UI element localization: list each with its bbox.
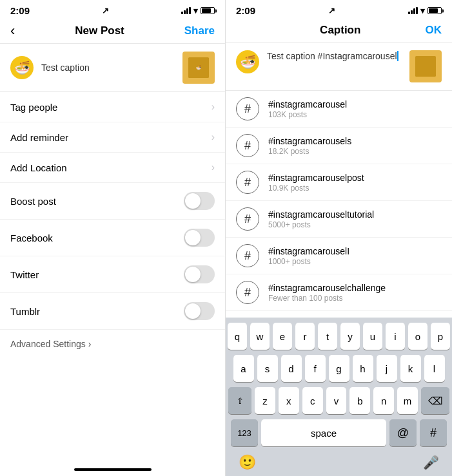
hashtag-info-4: #instagramcarouselI 1000+ posts: [268, 246, 442, 266]
right-panel: 2:09 ↗ ▾ Caption OK 🍜 Test caption #Inst…: [226, 0, 452, 476]
hashtag-item-1[interactable]: # #instagramcarousels 18.2K posts: [226, 128, 452, 164]
key-h[interactable]: h: [353, 355, 373, 382]
avatar: 🍜: [10, 56, 34, 79]
hashtag-item-5[interactable]: # #instagramcarouselchallenge Fewer than…: [226, 274, 452, 311]
key-g[interactable]: g: [329, 355, 349, 382]
key-t[interactable]: t: [318, 323, 337, 350]
right-time-arrow: ↗: [328, 6, 335, 15]
shift-key[interactable]: ⇧: [228, 387, 251, 414]
key-o[interactable]: o: [408, 323, 427, 350]
right-signal-bar-1: [408, 12, 410, 14]
left-nav-title: New Post: [75, 24, 124, 37]
hashtag-item-3[interactable]: # #instagramcarouseltutorial 5000+ posts: [226, 201, 452, 238]
left-panel: 2:09 ↗ ▾ ‹ New Post Share 🍜 Test caption: [0, 0, 226, 476]
keyboard-row-3: ⇧ z x c v b n m ⌫: [228, 387, 449, 414]
hashtag-name-0: #instagramcarousel: [268, 99, 442, 109]
tumblr-item[interactable]: Tumblr: [0, 293, 225, 330]
key-x[interactable]: x: [279, 387, 299, 414]
key-b[interactable]: b: [349, 387, 370, 414]
left-time: 2:09: [10, 5, 30, 16]
facebook-item[interactable]: Facebook: [0, 220, 225, 256]
left-time-arrow: ↗: [102, 6, 109, 15]
delete-key[interactable]: ⌫: [421, 387, 449, 414]
at-key[interactable]: @: [389, 419, 417, 446]
keyboard-toolbar: 🙂 🎤: [228, 450, 449, 473]
key-d[interactable]: d: [281, 355, 302, 382]
left-status-bar: 2:09 ↗ ▾: [0, 0, 225, 19]
hashtag-name-3: #instagramcarouseltutorial: [268, 209, 442, 220]
right-battery-icon: [427, 7, 442, 14]
post-thumbnail: 🍜: [182, 52, 215, 84]
hash-key[interactable]: #: [420, 419, 447, 446]
twitter-toggle[interactable]: [184, 265, 215, 283]
key-s[interactable]: s: [257, 355, 278, 382]
key-w[interactable]: w: [250, 323, 270, 350]
key-e[interactable]: e: [273, 323, 292, 350]
tumblr-label: Tumblr: [10, 306, 40, 317]
advanced-settings-label: Advanced Settings: [10, 339, 86, 349]
number-key[interactable]: 123: [231, 419, 258, 446]
caption-input-area[interactable]: 🍜 Test caption #Instagramcarousel: [226, 43, 452, 91]
key-p[interactable]: p: [431, 323, 450, 350]
hashtag-info-0: #instagramcarousel 103K posts: [268, 99, 442, 119]
right-time: 2:09: [236, 5, 255, 16]
text-cursor: [397, 51, 398, 61]
key-f[interactable]: f: [305, 355, 326, 382]
hashtag-count-4: 1000+ posts: [268, 257, 442, 266]
left-home-indicator: [74, 468, 152, 471]
right-signal-bar-2: [411, 10, 413, 14]
keyboard-row-2: a s d f g h j k l: [228, 355, 449, 382]
key-l[interactable]: l: [424, 355, 445, 382]
right-signal-bars: [408, 7, 418, 14]
ok-button[interactable]: OK: [426, 24, 442, 37]
key-i[interactable]: i: [386, 323, 405, 350]
key-m[interactable]: m: [397, 387, 418, 414]
advanced-settings-item[interactable]: Advanced Settings ›: [0, 330, 225, 358]
caption-input-field[interactable]: Test caption #Instagramcarousel: [267, 50, 402, 63]
back-button[interactable]: ‹: [10, 24, 15, 38]
wifi-icon: ▾: [193, 6, 198, 15]
key-u[interactable]: u: [363, 323, 382, 350]
key-r[interactable]: r: [295, 323, 315, 350]
right-avatar: 🍜: [236, 50, 259, 73]
twitter-item[interactable]: Twitter: [0, 256, 225, 293]
menu-section: Tag people › Add reminder › Add Location…: [0, 92, 225, 463]
hash-icon-5: #: [236, 281, 259, 304]
add-reminder-item[interactable]: Add reminder ›: [0, 122, 225, 153]
space-key[interactable]: space: [261, 419, 386, 446]
key-k[interactable]: k: [400, 355, 421, 382]
add-location-item[interactable]: Add Location ›: [0, 153, 225, 183]
hashtag-item-2[interactable]: # #instagramcarouselpost 10.9K posts: [226, 164, 452, 201]
key-j[interactable]: j: [377, 355, 397, 382]
boost-post-toggle[interactable]: [184, 192, 215, 210]
facebook-toggle[interactable]: [184, 229, 215, 247]
hashtag-item-0[interactable]: # #instagramcarousel 103K posts: [226, 91, 452, 128]
right-status-bar: 2:09 ↗ ▾: [226, 0, 452, 19]
tumblr-toggle[interactable]: [184, 302, 215, 320]
hashtag-item-4[interactable]: # #instagramcarouselI 1000+ posts: [226, 238, 452, 274]
share-button[interactable]: Share: [184, 24, 215, 37]
key-n[interactable]: n: [373, 387, 394, 414]
key-y[interactable]: y: [340, 323, 360, 350]
boost-post-label: Boost post: [10, 196, 56, 207]
key-c[interactable]: c: [302, 387, 323, 414]
right-battery-fill: [429, 8, 438, 13]
hash-icon-1: #: [236, 134, 259, 157]
hashtag-count-2: 10.9K posts: [268, 184, 442, 193]
hashtag-count-3: 5000+ posts: [268, 220, 442, 229]
hashtag-count-1: 18.2K posts: [268, 147, 442, 156]
left-nav-bar: ‹ New Post Share: [0, 19, 225, 44]
emoji-button[interactable]: 🙂: [239, 454, 256, 471]
key-v[interactable]: v: [326, 387, 347, 414]
key-a[interactable]: a: [233, 355, 254, 382]
key-z[interactable]: z: [255, 387, 275, 414]
signal-bar-2: [184, 10, 186, 14]
right-thumbnail-image: [413, 53, 438, 79]
caption-preview-text[interactable]: Test caption: [41, 62, 175, 73]
microphone-button[interactable]: 🎤: [423, 455, 439, 470]
left-status-icons: ▾: [181, 6, 215, 15]
tag-people-item[interactable]: Tag people ›: [0, 92, 225, 122]
key-q[interactable]: q: [228, 323, 247, 350]
boost-post-item[interactable]: Boost post: [0, 183, 225, 220]
hash-icon-2: #: [236, 171, 259, 194]
